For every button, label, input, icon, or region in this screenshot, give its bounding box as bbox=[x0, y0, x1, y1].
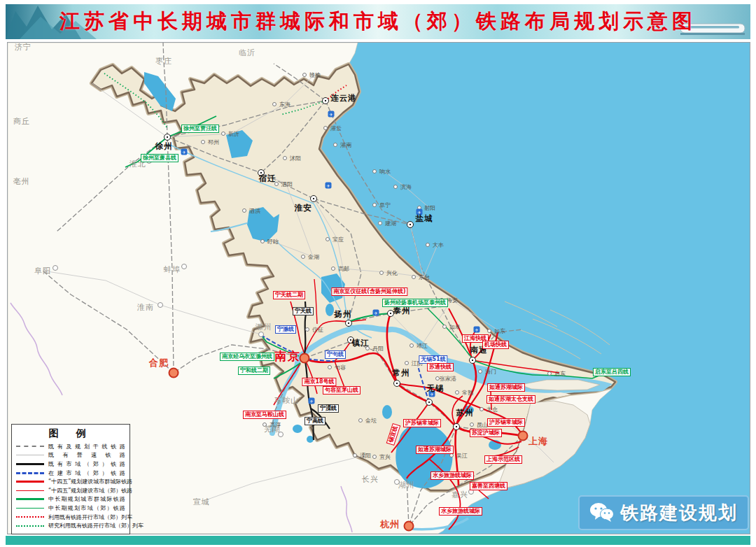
town-label: 盱眙 bbox=[267, 238, 279, 246]
rail-line-label: 上海示范区线 bbox=[484, 455, 522, 464]
legend-line-sample bbox=[16, 490, 44, 491]
rail-line-label: 徐州至萧县线 bbox=[141, 154, 178, 162]
legend-line-sample bbox=[16, 525, 44, 527]
town-label: 大丰 bbox=[433, 241, 444, 249]
city-station-marker bbox=[407, 221, 414, 228]
town-label: 丹阳 bbox=[372, 345, 384, 353]
town-label: 如东 bbox=[494, 327, 505, 335]
capital-label: 合肥 bbox=[149, 357, 169, 369]
neighbor-city-label: 淮南 bbox=[137, 302, 154, 313]
town-label: 新沂 bbox=[228, 130, 239, 138]
town-label: 仪征 bbox=[312, 326, 323, 334]
town-label: 宜兴 bbox=[379, 453, 391, 461]
city-station-marker bbox=[164, 134, 171, 141]
town-label: 启东 bbox=[554, 370, 566, 378]
city-station-marker bbox=[310, 195, 317, 202]
neighbor-city-label: 临沂 bbox=[239, 48, 255, 58]
neighbor-city-label: 长兴 bbox=[362, 474, 379, 485]
legend-row: “十四五”规划建设市域（郊）铁路 bbox=[16, 486, 125, 495]
legend-label: 中长期规划城市群城际铁路 bbox=[48, 495, 125, 503]
legend-title: 图 例 bbox=[16, 427, 125, 440]
city-label: 常州 bbox=[393, 368, 410, 378]
rail-line-label: 宁溧线 bbox=[318, 404, 339, 413]
legend-row: 利用既有铁路开行市域（郊）列车 bbox=[16, 513, 125, 522]
town-marker bbox=[372, 203, 377, 207]
capital-label: 上海 bbox=[528, 435, 548, 448]
town-label: 泗阳 bbox=[281, 180, 293, 188]
town-label: 兴化 bbox=[386, 269, 398, 277]
town-marker bbox=[333, 143, 337, 147]
city-label: 徐州 bbox=[155, 141, 173, 152]
legend-label: “十四五”规划建设城市群城际铁路 bbox=[48, 478, 132, 485]
city-label: 苏州 bbox=[456, 408, 474, 418]
town-label: 东海 bbox=[279, 101, 290, 108]
city-label: 宿迁 bbox=[259, 173, 276, 184]
town-marker bbox=[358, 418, 363, 422]
town-marker bbox=[378, 221, 382, 225]
watermark-text: 铁路建设规划 bbox=[620, 501, 738, 525]
neighbor-city-label: 马鞍山 bbox=[274, 395, 299, 406]
legend-line-sample bbox=[16, 498, 44, 500]
neighbor-city-label: 阜阳 bbox=[34, 266, 51, 276]
rail-line-label: 句容至茅山线 bbox=[323, 386, 360, 395]
town-marker bbox=[326, 237, 330, 241]
town-label: 张家港 bbox=[440, 375, 456, 383]
rail-line-label: 扬州经扬泰机场至泰州线 bbox=[382, 299, 448, 307]
city-label: 盐城 bbox=[416, 213, 433, 224]
town-marker bbox=[372, 455, 377, 459]
rail-line-label: 锡宜线 bbox=[386, 423, 401, 446]
rail-line-label: 宁天线二期 bbox=[273, 291, 305, 299]
city-label: 连云港 bbox=[330, 93, 357, 104]
city-station-marker bbox=[393, 380, 400, 387]
town-marker bbox=[470, 422, 474, 427]
rail-line-label: 南京18号线 bbox=[302, 378, 336, 386]
city-label: 无锡 bbox=[427, 383, 444, 394]
town-marker bbox=[353, 453, 357, 457]
city-station-marker bbox=[453, 423, 460, 430]
rail-line-label: 南京经乌衣至滁州线 bbox=[220, 353, 274, 361]
wechat-icon bbox=[589, 502, 615, 524]
airport-icon: ✈ bbox=[328, 111, 335, 118]
page-title: 江苏省中长期城市群城际和市域（郊）铁路布局规划示意图 bbox=[59, 8, 696, 36]
city-label: 淮安 bbox=[295, 203, 312, 213]
town-marker bbox=[479, 407, 484, 411]
city-label: 扬州 bbox=[335, 309, 352, 320]
town-label: 海安 bbox=[447, 297, 458, 304]
airport-icon: ✈ bbox=[373, 310, 379, 316]
rail-line-label: 宁天线 bbox=[293, 307, 314, 315]
town-marker bbox=[412, 275, 416, 279]
neighbor-city-label: 滁州 bbox=[255, 322, 272, 332]
neighbor-city-label: 嘉兴 bbox=[451, 490, 468, 500]
town-marker bbox=[221, 132, 225, 136]
rail-line-label: 南京至仪征线(含扬州延伸线) bbox=[331, 287, 407, 296]
town-marker bbox=[305, 327, 309, 332]
town-marker bbox=[283, 156, 287, 160]
town-label: 灌云 bbox=[330, 125, 342, 132]
legend-label: 既有市域（郊）铁路 bbox=[48, 460, 125, 468]
town-label: 滨海 bbox=[400, 183, 412, 191]
town-label: 阜宁 bbox=[379, 201, 391, 209]
rail-line-label: 如通苏湖太仓支线 bbox=[486, 395, 536, 404]
legend-line-sample bbox=[16, 463, 44, 465]
town-marker bbox=[372, 169, 377, 173]
legend-line-sample bbox=[16, 472, 44, 474]
airport-icon: ✈ bbox=[326, 183, 332, 189]
town-label: 金坛 bbox=[365, 417, 377, 425]
town-label: 如皋 bbox=[449, 323, 461, 331]
city-station-marker bbox=[469, 357, 476, 364]
town-marker bbox=[242, 208, 246, 213]
town-label: 句容 bbox=[335, 364, 346, 371]
town-marker bbox=[302, 73, 307, 77]
rail-line-label: 宁高线 bbox=[304, 417, 326, 425]
neighbor-city-label: 宣城 bbox=[193, 497, 210, 507]
capital-label: 南京 bbox=[274, 348, 301, 364]
rail-line-label: 苏通快线 bbox=[427, 363, 454, 371]
legend-row: 中长期规划城市群城际铁路 bbox=[16, 495, 125, 504]
town-marker bbox=[260, 239, 265, 243]
rail-line-label: 启东至吕四线 bbox=[593, 368, 631, 376]
legend-label: 既有及规划干线铁路 bbox=[48, 443, 125, 450]
town-label: 昆山 bbox=[477, 421, 488, 429]
town-label: 靖江 bbox=[416, 342, 428, 350]
neighbor-city-label: 济宁 bbox=[15, 42, 31, 52]
town-marker bbox=[301, 255, 305, 259]
